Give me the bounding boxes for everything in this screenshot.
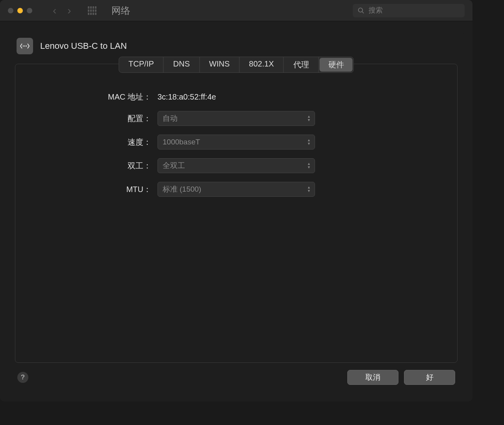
forward-button[interactable]: ›	[67, 5, 71, 16]
mtu-select-value: 标准 (1500)	[163, 184, 201, 194]
tab-bar: TCP/IP DNS WINS 802.1X 代理 硬件	[119, 57, 354, 73]
chevron-updown-icon: ▲▼	[307, 139, 311, 146]
search-icon	[358, 7, 365, 14]
titlebar: ‹ › 网络	[0, 0, 472, 21]
mac-address-value: 3c:18:a0:52:ff:4e	[158, 92, 315, 102]
configure-select-value: 自动	[163, 113, 178, 124]
svg-point-3	[24, 46, 26, 47]
svg-point-2	[23, 46, 24, 47]
settings-sheet: Lenovo USB-C to LAN TCP/IP DNS WINS 802.…	[8, 33, 465, 394]
chevron-updown-icon: ▲▼	[307, 162, 311, 169]
hardware-form: MAC 地址： 3c:18:a0:52:ff:4e 配置： 自动 ▲▼ 速度： …	[15, 92, 457, 197]
speed-select[interactable]: 1000baseT ▲▼	[158, 135, 315, 150]
chevron-updown-icon: ▲▼	[307, 186, 311, 193]
traffic-lights	[8, 8, 32, 13]
configure-label: 配置：	[15, 113, 158, 124]
content-panel: TCP/IP DNS WINS 802.1X 代理 硬件 MAC 地址： 3c:…	[15, 64, 458, 363]
svg-point-4	[26, 46, 27, 47]
ok-button[interactable]: 好	[404, 370, 455, 385]
back-button[interactable]: ‹	[53, 5, 56, 16]
adapter-name: Lenovo USB-C to LAN	[40, 41, 127, 51]
speed-label: 速度：	[15, 137, 158, 148]
chevron-updown-icon: ▲▼	[307, 115, 311, 122]
minimize-window-button[interactable]	[17, 8, 23, 13]
preferences-window: ‹ › 网络	[0, 0, 472, 401]
svg-point-0	[358, 8, 363, 12]
svg-line-1	[362, 11, 364, 13]
duplex-select[interactable]: 全双工 ▲▼	[158, 158, 315, 173]
nav-arrows: ‹ ›	[53, 5, 71, 16]
tab-wins[interactable]: WINS	[200, 57, 239, 72]
search-field-wrap[interactable]	[353, 4, 465, 17]
tab-hardware[interactable]: 硬件	[320, 58, 353, 72]
mtu-select[interactable]: 标准 (1500) ▲▼	[158, 182, 315, 197]
duplex-select-value: 全双工	[163, 161, 185, 171]
speed-select-value: 1000baseT	[163, 138, 200, 146]
show-all-icon[interactable]	[88, 6, 96, 15]
duplex-label: 双工：	[15, 161, 158, 171]
search-input[interactable]	[369, 6, 460, 15]
zoom-window-button[interactable]	[27, 8, 32, 13]
configure-select[interactable]: 自动 ▲▼	[158, 111, 315, 126]
tab-tcpip[interactable]: TCP/IP	[119, 57, 163, 72]
mac-address-label: MAC 地址：	[15, 92, 158, 102]
close-window-button[interactable]	[8, 8, 13, 13]
tab-8021x[interactable]: 802.1X	[239, 57, 284, 72]
cancel-button[interactable]: 取消	[347, 370, 398, 385]
help-button[interactable]: ?	[17, 372, 28, 383]
tab-dns[interactable]: DNS	[164, 57, 200, 72]
tab-proxy[interactable]: 代理	[284, 57, 319, 72]
window-title: 网络	[111, 4, 130, 17]
tab-content: MAC 地址： 3c:18:a0:52:ff:4e 配置： 自动 ▲▼ 速度： …	[15, 64, 458, 363]
footer: ? 取消 好	[8, 363, 465, 394]
ethernet-adapter-icon	[17, 38, 33, 54]
mtu-label: MTU：	[15, 184, 158, 195]
